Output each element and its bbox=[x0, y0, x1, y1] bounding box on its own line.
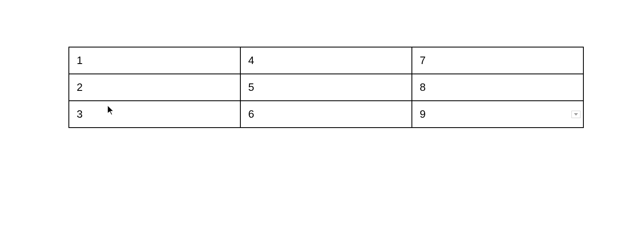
table-cell[interactable]: 3 bbox=[69, 101, 240, 128]
table: 1 4 7 2 5 8 3 6 9 bbox=[68, 47, 584, 128]
table-row: 1 4 7 bbox=[69, 47, 583, 74]
table-cell[interactable]: 8 bbox=[412, 74, 583, 101]
table-cell[interactable]: 5 bbox=[240, 74, 412, 101]
chevron-down-icon bbox=[574, 113, 578, 116]
table-cell[interactable]: 7 bbox=[412, 47, 583, 74]
table-cell[interactable]: 6 bbox=[240, 101, 412, 128]
table-cell[interactable]: 2 bbox=[69, 74, 240, 101]
table-cell-value: 9 bbox=[420, 108, 425, 120]
table-row: 2 5 8 bbox=[69, 74, 583, 101]
table-cell[interactable]: 9 bbox=[412, 101, 583, 128]
table-cell[interactable]: 1 bbox=[69, 47, 240, 74]
table-options-dropdown[interactable] bbox=[571, 111, 581, 118]
data-table: 1 4 7 2 5 8 3 6 9 bbox=[68, 47, 584, 128]
table-row: 3 6 9 bbox=[69, 101, 583, 128]
table-cell[interactable]: 4 bbox=[240, 47, 412, 74]
